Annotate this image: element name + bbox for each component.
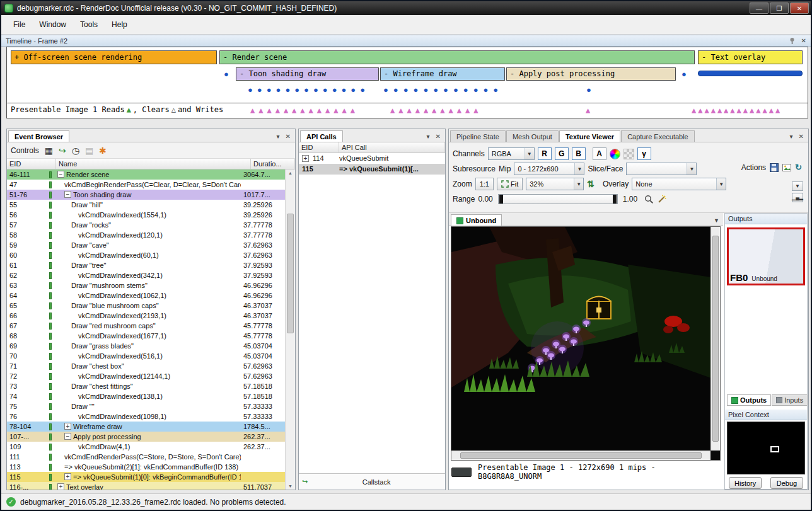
write-markers-group[interactable]: ▲▲▲▲▲▲▲▲▲▲▲▲▲▲ (692, 106, 782, 115)
red-channel-button[interactable]: R (538, 147, 552, 160)
event-row-113[interactable]: 113=> vkQueueSubmit(2)[1]: vkEndCommandB… (7, 462, 285, 472)
expand-icon[interactable]: + (57, 483, 64, 490)
draw-markers-group[interactable]: ● (586, 86, 591, 94)
event-row-71[interactable]: 71Draw "chest box"57.62963 (7, 361, 285, 371)
pixel-context-display[interactable] (727, 422, 805, 474)
event-row-47[interactable]: 47vkCmdBeginRenderPass(C=Clear, D=Clear,… (7, 180, 285, 190)
chart-icon[interactable]: ▤ (85, 146, 93, 155)
channels-dropdown[interactable]: RGBA▼ (488, 147, 535, 160)
col-eid[interactable]: EID (7, 159, 56, 169)
goto-eid-icon[interactable]: ↪ (59, 146, 66, 155)
pin-icon[interactable] (789, 37, 796, 44)
event-row-74[interactable]: 74vkCmdDrawIndexed(138,1)57.18518 (7, 391, 285, 401)
debug-button[interactable]: Debug (770, 477, 803, 489)
draw-markers-group[interactable]: ●●●●●●●●●●●● (383, 86, 503, 94)
text-overlay-activity-bar[interactable] (698, 71, 803, 76)
range-max-handle[interactable] (613, 195, 617, 204)
magnifier-icon[interactable] (644, 195, 654, 204)
viewer-vertical-scrollbar[interactable] (710, 227, 720, 451)
submit-marker-dot[interactable]: ● (224, 70, 229, 78)
collapse-icon[interactable]: − (57, 171, 64, 178)
event-row-62[interactable]: 62vkCmdDrawIndexed(342,1)37.92593 (7, 270, 285, 280)
tab-capture-executable[interactable]: Capture Executable (621, 130, 695, 142)
collapse-icon[interactable]: − (64, 433, 71, 440)
viewer-horizontal-scrollbar[interactable] (451, 451, 710, 460)
collapse-icon[interactable]: − (64, 191, 71, 198)
timeline-bar-off-screen-scene-rendering[interactable]: + Off-screen scene rendering (11, 50, 217, 64)
menu-file[interactable]: File (6, 17, 32, 32)
timeline-bar-wireframe-draw[interactable]: - Wireframe draw (380, 67, 505, 81)
minimize-button[interactable]: — (750, 3, 768, 14)
api-row-114[interactable]: +114vkQueueSubmit (299, 153, 445, 164)
submit-marker-dot[interactable]: ● (682, 70, 687, 78)
event-browser-menu-icon[interactable]: ▾ (277, 133, 280, 140)
expand-icon[interactable]: + (302, 155, 309, 162)
tab-outputs[interactable]: Outputs (727, 394, 771, 406)
right-panel-close-icon[interactable]: ✕ (799, 133, 804, 140)
bookmark-icon[interactable]: ✱ (99, 146, 107, 155)
event-row-116[interactable]: 116-...+Text overlay511.7037 (7, 482, 285, 490)
zoom-dropdown[interactable]: 32%▼ (526, 178, 584, 190)
timeline-close-icon[interactable]: ✕ (801, 37, 806, 44)
sliceface-dropdown[interactable]: ▼ (626, 163, 697, 175)
history-button[interactable]: History (729, 477, 762, 489)
event-row-115[interactable]: 115+=> vkQueueSubmit(1)[0]: vkBeginComma… (7, 472, 285, 482)
event-row-59[interactable]: 59Draw "cave"37.62963 (7, 240, 285, 250)
draw-markers-group[interactable]: ●●●●●●●●●●●●● (248, 86, 369, 94)
save-icon[interactable] (770, 163, 779, 172)
write-markers-group[interactable]: ▲▲▲▲▲▲▲▲▲▲▲ (390, 106, 482, 115)
event-row-64[interactable]: 64vkCmdDrawIndexed(1062,1)46.96296 (7, 290, 285, 301)
event-row-46-111[interactable]: 46-111−Render scene3064.7... (7, 169, 285, 180)
write-markers-group[interactable]: ▲▲▲▲▲▲▲▲▲▲▲▲▲ (250, 106, 359, 115)
tab-api-calls[interactable]: API Calls (300, 130, 343, 142)
menu-window[interactable]: Window (32, 17, 73, 32)
tab-pipeline-state[interactable]: Pipeline State (450, 130, 506, 142)
event-row-69[interactable]: 69Draw "grass blades"45.03704 (7, 341, 285, 351)
texture-list-dropdown-icon[interactable]: ▼ (710, 217, 723, 226)
blue-channel-button[interactable]: B (572, 147, 586, 160)
fit-button[interactable]: Fit (497, 178, 523, 190)
scroll-thumb[interactable] (460, 452, 702, 459)
timeline-bar-toon-shading-draw[interactable]: - Toon shading draw (236, 67, 379, 81)
api-calls-menu-icon[interactable]: ▾ (427, 133, 430, 140)
col-api-call[interactable]: API Call (339, 142, 445, 152)
write-markers-group[interactable]: ▲ (586, 106, 590, 115)
scroll-thumb[interactable] (287, 214, 294, 333)
col-api-eid[interactable]: EID (299, 142, 339, 152)
texture-tab-unbound[interactable]: Unbound (451, 214, 502, 226)
export-image-icon[interactable] (782, 163, 791, 172)
close-button[interactable]: ✕ (790, 3, 809, 14)
menu-help[interactable]: Help (105, 17, 134, 32)
expand-icon[interactable]: + (64, 473, 71, 480)
tab-event-browser[interactable]: Event Browser (8, 130, 69, 142)
range-dropdown-icon[interactable]: ▼ (792, 181, 803, 191)
wand-icon[interactable] (657, 195, 666, 204)
alpha-channel-button[interactable]: A (593, 147, 606, 160)
timeline-bar-apply-post-processing[interactable]: - Apply post processing (506, 67, 676, 81)
event-row-73[interactable]: 73Draw "chest fittings"57.18518 (7, 381, 285, 391)
event-row-55[interactable]: 55Draw "hill"39.25926 (7, 200, 285, 210)
flip-y-icon[interactable]: ⇅ (587, 179, 594, 189)
event-row-65[interactable]: 65Draw "blue mushroom caps"46.37037 (7, 301, 285, 311)
scroll-up-icon[interactable]: ▲ (286, 171, 295, 175)
col-duration[interactable]: Duratio... (251, 159, 295, 169)
range-slider[interactable] (498, 194, 618, 204)
event-row-111[interactable]: 111vkCmdEndRenderPass(C=Store, D=Store, … (7, 452, 285, 462)
maximize-button[interactable]: ❐ (770, 3, 789, 14)
gamma-button[interactable]: γ (637, 147, 651, 160)
api-row-115[interactable]: 115=> vkQueueSubmit(1)[... (299, 164, 445, 175)
event-row-57[interactable]: 57Draw "rocks"37.77778 (7, 220, 285, 230)
tab-inputs[interactable]: Inputs (772, 394, 808, 406)
scroll-down-icon[interactable]: ▼ (286, 484, 295, 488)
event-browser-close-icon[interactable]: ✕ (286, 133, 291, 140)
event-row-61[interactable]: 61Draw "tree"37.92593 (7, 260, 285, 270)
color-wheel-icon[interactable] (610, 149, 620, 159)
event-row-107[interactable]: 107-...−Apply post processing262.37... (7, 432, 285, 442)
event-row-63[interactable]: 63Draw "mushroom stems"46.96296 (7, 280, 285, 290)
range-min-handle[interactable] (499, 195, 503, 204)
event-row-67[interactable]: 67Draw "red mushroom caps"45.77778 (7, 321, 285, 331)
event-row-75[interactable]: 75Draw ""57.33333 (7, 401, 285, 411)
event-row-72[interactable]: 72vkCmdDrawIndexed(12144,1)57.62963 (7, 371, 285, 381)
event-row-51-76[interactable]: 51-76−Toon shading draw1017.7... (7, 190, 285, 200)
zoom-1-1-button[interactable]: 1:1 (475, 178, 494, 190)
